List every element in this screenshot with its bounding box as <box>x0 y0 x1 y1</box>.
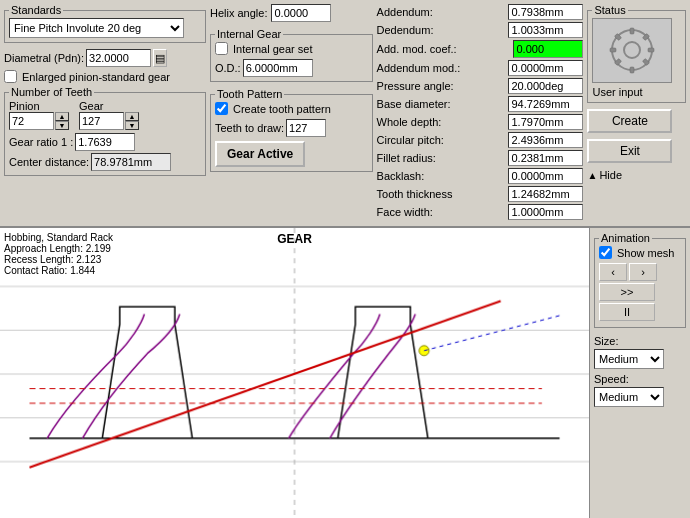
svg-rect-2 <box>630 28 634 34</box>
od-input[interactable] <box>243 59 313 77</box>
prop-label: Pressure angle: <box>377 80 467 92</box>
speed-select[interactable]: Slow Medium Fast <box>594 387 664 407</box>
teeth-draw-label: Teeth to draw: <box>215 122 284 134</box>
prop-value: 0.000 <box>513 40 583 58</box>
ratio-row: Gear ratio 1 : <box>9 133 201 151</box>
teeth-row: Pinion ▲ ▼ Gear <box>9 100 201 130</box>
info-line4: Contact Ratio: 1.844 <box>4 265 113 276</box>
animation-legend: Animation <box>599 232 652 244</box>
prop-row: Whole depth:1.7970mm <box>377 114 584 130</box>
internal-gear-legend: Internal Gear <box>215 28 283 40</box>
pinion-spin: ▲ ▼ <box>9 112 69 130</box>
bottom-panel: Hobbing, Standard Rack Approach Length: … <box>0 227 690 518</box>
gear-input[interactable] <box>79 112 124 130</box>
prop-row: Addendum mod.:0.0000mm <box>377 60 584 76</box>
gear-arrows: ▲ ▼ <box>125 112 139 130</box>
exit-button[interactable]: Exit <box>587 139 672 163</box>
animation-group: Animation Show mesh ‹ › >> II <box>594 232 686 328</box>
internal-set-checkbox[interactable] <box>215 42 228 55</box>
prop-row: Dedendum:1.0033mm <box>377 22 584 38</box>
tooth-pattern-legend: Tooth Pattern <box>215 88 284 100</box>
prev-button[interactable]: ‹ <box>599 263 627 281</box>
teeth-group: Number of Teeth Pinion ▲ ▼ Gear <box>4 86 206 176</box>
svg-rect-4 <box>610 48 616 52</box>
status-legend: Status <box>592 4 627 16</box>
teeth-draw-row: Teeth to draw: <box>215 119 368 137</box>
prop-value: 1.24682mm <box>508 186 583 202</box>
gear-spin: ▲ ▼ <box>79 112 139 130</box>
teeth-draw-input[interactable] <box>286 119 326 137</box>
diametral-input[interactable] <box>86 49 151 67</box>
prop-value: 94.7269mm <box>508 96 583 112</box>
prop-row: Tooth thickness1.24682mm <box>377 186 584 202</box>
internal-gear-group: Internal Gear Internal gear set O.D.: <box>210 28 373 82</box>
helix-input[interactable] <box>271 4 331 22</box>
svg-rect-5 <box>648 48 654 52</box>
col4: Status <box>587 4 686 222</box>
col1: Standards Fine Pitch Involute 20 deg Dia… <box>4 4 206 222</box>
gear-down[interactable]: ▼ <box>125 121 139 130</box>
create-tooth-checkbox[interactable] <box>215 102 228 115</box>
diametral-row: Diametral (Pdn): ▤ <box>4 49 206 67</box>
properties-panel: Addendum:0.7938mmDedendum:1.0033mmAdd. m… <box>377 4 584 222</box>
hide-label[interactable]: Hide <box>599 169 622 181</box>
diametral-btn[interactable]: ▤ <box>153 49 167 67</box>
col2: Helix angle: Internal Gear Internal gear… <box>210 4 373 222</box>
show-mesh-checkbox[interactable] <box>599 246 612 259</box>
internal-set-label: Internal gear set <box>233 43 313 55</box>
ratio-input[interactable] <box>75 133 135 151</box>
prop-row: Add. mod. coef.:0.000 <box>377 40 584 58</box>
helix-row: Helix angle: <box>210 4 373 22</box>
speed-label: Speed: <box>594 373 686 385</box>
info-line2: Approach Length: 2.199 <box>4 243 113 254</box>
info-line1: Hobbing, Standard Rack <box>4 232 113 243</box>
prop-label: Circular pitch: <box>377 134 467 146</box>
prop-row: Addendum:0.7938mm <box>377 4 584 20</box>
center-value: 78.9781mm <box>91 153 171 171</box>
ff-button[interactable]: >> <box>599 283 655 301</box>
anim-controls-row1: ‹ › <box>599 263 681 281</box>
chart-title: GEAR <box>277 232 312 246</box>
anim-controls-row2: >> <box>599 283 681 301</box>
show-mesh-row: Show mesh <box>599 246 681 259</box>
standards-legend: Standards <box>9 4 63 16</box>
pause-button[interactable]: II <box>599 303 655 321</box>
enlarged-checkbox[interactable] <box>4 70 17 83</box>
helix-label: Helix angle: <box>210 7 267 19</box>
pinion-up[interactable]: ▲ <box>55 112 69 121</box>
create-button[interactable]: Create <box>587 109 672 133</box>
next-button[interactable]: › <box>629 263 657 281</box>
standards-select[interactable]: Fine Pitch Involute 20 deg <box>9 18 184 38</box>
prop-label: Backlash: <box>377 170 467 182</box>
prop-value: 0.2381mm <box>508 150 583 166</box>
hide-row[interactable]: ▲ Hide <box>587 169 686 181</box>
status-group: Status <box>587 4 686 103</box>
pinion-arrows: ▲ ▼ <box>55 112 69 130</box>
od-row: O.D.: <box>215 59 368 77</box>
pinion-input[interactable] <box>9 112 54 130</box>
prop-label: Fillet radius: <box>377 152 467 164</box>
size-select[interactable]: Small Medium Large <box>594 349 664 369</box>
prop-row: Fillet radius:0.2381mm <box>377 150 584 166</box>
prop-label: Dedendum: <box>377 24 467 36</box>
enlarged-label: Enlarged pinion-standard gear <box>22 71 170 83</box>
create-tooth-row: Create tooth pattern <box>215 102 368 115</box>
prop-label: Face width: <box>377 206 467 218</box>
pinion-down[interactable]: ▼ <box>55 121 69 130</box>
prop-row: Face width:1.0000mm <box>377 204 584 220</box>
diametral-label: Diametral (Pdn): <box>4 52 84 64</box>
od-label: O.D.: <box>215 62 241 74</box>
gear-up[interactable]: ▲ <box>125 112 139 121</box>
prop-row: Backlash:0.0000mm <box>377 168 584 184</box>
center-row: Center distance: 78.9781mm <box>9 153 201 171</box>
prop-value: 20.000deg <box>508 78 583 94</box>
teeth-legend: Number of Teeth <box>9 86 94 98</box>
speed-row: Speed: Slow Medium Fast <box>594 373 686 407</box>
ratio-label: Gear ratio 1 : <box>9 136 73 148</box>
animation-panel: Animation Show mesh ‹ › >> II Size: <box>590 228 690 518</box>
gear-image <box>592 18 672 83</box>
prop-value: 1.7970mm <box>508 114 583 130</box>
create-tooth-label: Create tooth pattern <box>233 103 331 115</box>
gear-active-button[interactable]: Gear Active <box>215 141 305 167</box>
enlarged-row: Enlarged pinion-standard gear <box>4 70 206 83</box>
